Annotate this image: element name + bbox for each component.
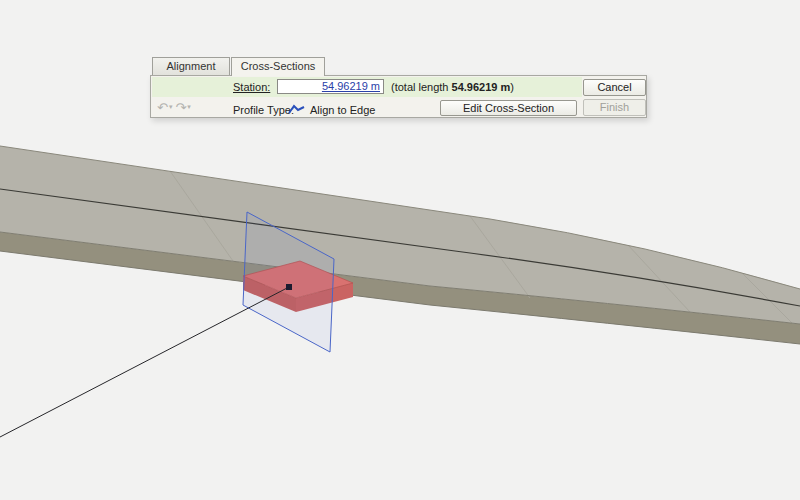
total-length-suffix: )	[510, 81, 514, 93]
profile-type-label: Profile Type:	[233, 104, 294, 116]
undo-icon[interactable]: ↶	[157, 100, 168, 115]
profile-type-value[interactable]: Align to Edge	[310, 104, 375, 116]
application-window: Alignment Cross-Sections Station: 54.962…	[0, 0, 800, 500]
redo-icon[interactable]: ↷	[175, 100, 186, 115]
total-length-text: (total length 54.96219 m)	[391, 81, 514, 93]
cancel-button[interactable]: Cancel	[583, 79, 646, 96]
undo-redo-cluster: ↶▾↷▾	[157, 100, 194, 115]
dialog-tab-bar: Alignment Cross-Sections	[150, 57, 647, 75]
edit-cross-section-button[interactable]: Edit Cross-Section	[440, 100, 577, 116]
tab-cross-sections[interactable]: Cross-Sections	[231, 57, 325, 76]
total-length-value: 54.96219 m	[452, 81, 511, 93]
dialog-panel: Station: 54.96219 m (total length 54.962…	[150, 75, 647, 118]
undo-dropdown-icon[interactable]: ▾	[169, 103, 173, 110]
cross-sections-dialog: Alignment Cross-Sections Station: 54.962…	[150, 57, 647, 118]
redo-dropdown-icon[interactable]: ▾	[187, 103, 191, 110]
station-point-handle[interactable]	[286, 284, 292, 290]
station-label: Station:	[233, 81, 270, 93]
finish-button[interactable]: Finish	[583, 99, 646, 116]
total-length-prefix: (total length	[391, 81, 448, 93]
station-input[interactable]: 54.96219 m	[277, 79, 384, 94]
profile-type-icon	[288, 103, 306, 115]
tab-alignment[interactable]: Alignment	[152, 57, 230, 75]
